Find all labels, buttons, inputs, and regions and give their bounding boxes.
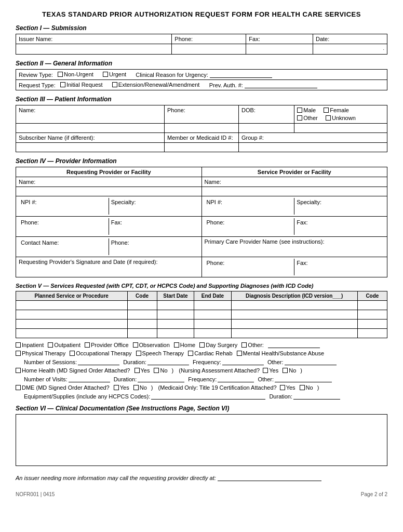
visits-frequency-label: Frequency: [188,376,217,382]
other-sessions-label: Other: [267,359,284,365]
male-checkbox[interactable]: Male [297,107,316,113]
speech-therapy-checkbox[interactable]: Speech Therapy [136,350,184,356]
provider-phone-line[interactable] [218,474,321,481]
medicaid-yes-checkbox[interactable]: Yes [280,384,295,391]
signature-value[interactable] [19,265,199,273]
unknown-checkbox[interactable]: Unknown [326,115,356,121]
subscriber-value[interactable] [16,143,165,152]
dme-checkbox[interactable]: DME (MD Signed Order Attached? [16,384,110,391]
svc-fax-value[interactable] [294,227,384,235]
extension-checkbox[interactable]: Extension/Renewal/Amendment [112,82,200,88]
visits-frequency-value[interactable] [218,376,254,382]
section5-table: Planned Service or Procedure Code Start … [16,291,387,338]
form-number: NOFR001 | 0415 [16,491,55,497]
svc-specialty-value[interactable] [294,206,384,215]
req-name-value[interactable] [16,187,202,196]
provider-office-checkbox[interactable]: Provider Office [85,342,129,348]
issuer-label: Issuer Name: [19,36,52,42]
svc-npi-value[interactable] [205,206,294,215]
svc-sig-phone-label: Phone: [205,259,294,267]
sessions-label: Number of Sessions: [24,359,77,365]
urgent-checkbox[interactable]: Urgent [103,71,126,77]
req-npi-row: NPI #: Specialty: [16,196,202,217]
physical-therapy-checkbox[interactable]: Physical Therapy [16,350,65,356]
req-specialty-value[interactable] [109,206,198,215]
outpatient-checkbox[interactable]: Outpatient [48,342,80,348]
contact-value[interactable] [19,247,109,255]
member-id-cell: Member or Medicaid ID #: [165,133,239,143]
svc-sig-phone-value[interactable] [205,267,294,275]
patient-phone-value[interactable] [165,124,239,133]
sessions-value[interactable] [78,358,119,365]
svc-npi-inner: NPI #: Specialty: [205,198,385,215]
dob-label: DOB: [241,107,256,113]
primary-care-value[interactable] [205,245,385,252]
dme-no-checkbox[interactable]: No [133,384,147,391]
inpatient-checkbox[interactable]: Inpatient [16,342,44,348]
clinical-reason-value[interactable] [210,71,272,78]
frequency-value[interactable] [222,358,264,365]
equipment-value[interactable] [151,393,265,400]
prev-auth-value[interactable] [245,82,317,88]
observation-checkbox[interactable]: Observation [133,342,170,348]
home-checkbox[interactable]: Home [174,342,195,348]
contact-phone-value[interactable] [109,247,198,255]
svc-phone-value[interactable] [205,227,294,235]
nursing-no-checkbox[interactable]: No [283,367,296,374]
dme-yes-checkbox[interactable]: Yes [114,384,129,391]
cardiac-rehab-checkbox[interactable]: Cardiac Rehab [188,350,232,356]
footer-note: An issuer needing more information may c… [16,474,387,481]
phone-value[interactable] [172,44,246,55]
nursing-yes-checkbox[interactable]: Yes [263,367,278,374]
signature-row: Requesting Provider's Signature and Date… [16,257,202,277]
page-number: Page 2 of 2 [361,491,387,497]
fax-value[interactable] [246,44,313,55]
table-row [16,320,387,329]
non-urgent-checkbox[interactable]: Non-Urgent [58,71,93,77]
patient-name-value[interactable] [16,124,165,133]
other-service-value[interactable] [268,341,320,348]
visits-other-value[interactable] [275,376,332,382]
req-fax-label: Fax: [109,218,198,227]
req-npi-value[interactable] [19,206,109,215]
section4-table: Requesting Provider or Facility Service … [16,167,387,277]
issuer-name-value[interactable] [16,44,172,55]
home-health-yes-checkbox[interactable]: Yes [135,367,150,374]
section4-header: Section IV — Provider Information [16,157,387,165]
other-sessions-value[interactable] [285,358,337,365]
home-health-checkbox[interactable]: Home Health (MD Signed Order Attached? [16,367,130,374]
col1-header: Planned Service or Procedure [16,291,128,301]
date-value[interactable]: . [313,44,387,55]
member-id-value[interactable] [165,143,239,152]
visits-other-label: Other: [258,376,274,382]
req-specialty-label: Specialty: [109,198,198,206]
visits-value[interactable] [69,376,110,382]
initial-request-checkbox[interactable]: Initial Request [60,82,103,88]
mental-health-checkbox[interactable]: Mental Health/Substance Abuse [237,350,325,356]
duration-value[interactable] [147,358,189,365]
occupational-therapy-checkbox[interactable]: Occupational Therapy [70,350,131,356]
req-phone-value[interactable] [19,227,109,235]
group-label: Group #: [241,135,264,141]
equipment-duration-value[interactable] [293,393,340,400]
day-surgery-checkbox[interactable]: Day Surgery [199,342,237,348]
svc-sig-fax-value[interactable] [294,267,384,275]
contact-phone-label: Phone: [109,238,198,247]
home-health-no-checkbox[interactable]: No [154,367,167,374]
prev-auth-label: Prev. Auth. #: [209,82,243,88]
review-type-row: Review Type: Non-Urgent Urgent Clinical … [16,70,387,80]
group-value[interactable] [239,143,387,152]
other-checkbox[interactable]: Other [297,115,318,121]
medicaid-no-checkbox[interactable]: No [300,384,313,391]
svc-fax-label: Fax: [294,218,384,227]
visits-duration-value[interactable] [138,376,184,382]
svc-name-value[interactable] [202,187,387,196]
female-checkbox[interactable]: Female [324,107,349,113]
page-title: Texas Standard Prior Authorization Reque… [16,10,387,18]
dob-value[interactable] [239,124,294,133]
other-service-checkbox[interactable]: Other: [241,342,264,348]
req-npi-label: NPI #: [19,198,109,206]
section6-content-box[interactable] [16,414,387,466]
req-fax-value[interactable] [109,227,198,235]
svc-name-label: Name: [202,177,387,187]
